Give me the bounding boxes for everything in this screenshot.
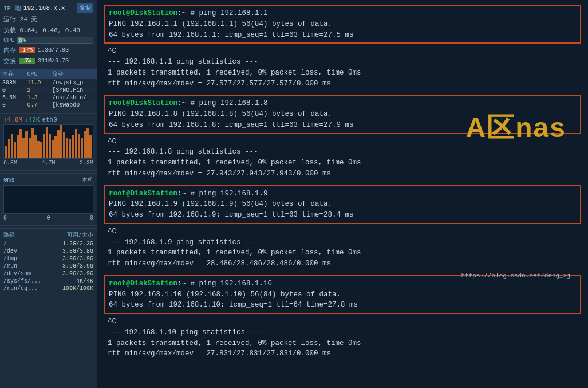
net-bar-segment xyxy=(31,128,34,158)
list-item: /dev3.8G/3.8G xyxy=(3,248,93,255)
net-bar-segment xyxy=(86,128,89,158)
prompt-cmd: # ping 192.168.1.1 xyxy=(186,9,268,17)
right-section: root@DiskStation:~ # ping 192.168.1.1PIN… xyxy=(97,0,588,388)
net-bar-segment xyxy=(29,138,31,158)
net-bar-segment xyxy=(25,131,27,158)
swap-detail: 311M/6.7G xyxy=(38,58,69,64)
cpu-row: CPU 6% xyxy=(0,36,97,45)
net-bar-segment xyxy=(40,142,42,158)
net-bar-segment xyxy=(43,134,45,159)
disk-size: 100K/100K xyxy=(62,285,93,292)
stats-line: 1 packets transmitted, 1 received, 0% pa… xyxy=(108,338,578,349)
net-bar-segment xyxy=(84,131,86,158)
disk-path: /dev xyxy=(3,248,17,254)
ping-stats-block: ^C--- 192.168.1.1 ping statistics ---1 p… xyxy=(104,45,581,90)
disk-header: 路径 可用/大小 xyxy=(3,231,93,239)
stats-header: --- 192.168.1.1 ping statistics --- xyxy=(108,57,578,68)
list-item: /tmp3.9G/3.9G xyxy=(3,255,93,262)
net-bar-segment xyxy=(54,136,57,158)
terminal-panel[interactable]: root@DiskStation:~ # ping 192.168.1.1PIN… xyxy=(97,0,588,388)
interrupt-line: ^C xyxy=(108,316,578,327)
ip-value: 192.168.x.x xyxy=(23,5,76,11)
stats-line: 1 packets transmitted, 1 received, 0% pa… xyxy=(108,158,578,168)
disk-size: 1.2G/2.3G xyxy=(62,241,93,247)
load-row: 负载 0.64, 0.46, 0.43 xyxy=(0,25,97,36)
net-download: ↓42K xyxy=(25,116,40,123)
cpu-progress-bar: 6% xyxy=(17,37,93,44)
swap-row: 交换 5% 311M/6.7G xyxy=(0,56,97,66)
uptime-row: 运行 24 天 xyxy=(0,14,97,25)
prompt-cmd: # ping 192.168.1.10 xyxy=(186,280,272,288)
disk-path: /dev/shm xyxy=(3,271,31,277)
disk-col-size: 可用/大小 xyxy=(67,231,93,239)
net-bar-segment xyxy=(78,134,80,159)
disk-size: 4K/4K xyxy=(76,278,93,284)
disk-path: /sys/fs/... xyxy=(3,278,41,284)
prompt-user: root@DiskStation xyxy=(109,190,177,198)
prompt-user: root@DiskStation xyxy=(109,99,177,107)
mem-detail: 1.3G/7.8G xyxy=(38,47,69,53)
swap-pct: 5% xyxy=(19,58,35,64)
rtt-line: rtt min/avg/max/mdev = 27.831/27.831/27.… xyxy=(108,348,578,359)
disk-size: 3.8G/3.8G xyxy=(62,248,93,254)
net-val-1: 6.8M xyxy=(3,160,17,166)
stats-header: --- 192.168.1.10 ping statistics --- xyxy=(108,327,578,338)
ping-stats-block: ^C--- 192.168.1.9 ping statistics ---1 p… xyxy=(104,225,581,271)
ping-output-line1: PING 192.168.1.10 (192.168.1.10) 56(84) … xyxy=(109,289,577,300)
rtt-line: rtt min/avg/max/mdev = 27.577/27.577/27.… xyxy=(108,79,578,89)
ping-command-block: root@DiskStation:~ # ping 192.168.1.1PIN… xyxy=(104,5,581,44)
net-section: ↑4.6M ↓42K eth0 6.8M 4.7M 2.3M xyxy=(0,113,97,168)
net-bar-segment xyxy=(52,140,54,158)
net-bar-segment xyxy=(22,138,25,158)
proc-col-cmd: 命令 xyxy=(50,69,97,79)
disk-size: 3.9G/3.9G xyxy=(62,271,93,277)
prompt-sep: :~ xyxy=(177,190,186,198)
net-bar-segment xyxy=(75,129,77,158)
net-chart xyxy=(3,124,93,159)
net-bar-segment xyxy=(89,135,92,158)
disk-col-path: 路径 xyxy=(3,231,15,239)
ping-stats-block: ^C--- 192.168.1.10 ping statistics ---1 … xyxy=(104,315,581,360)
net-bar-segment xyxy=(14,142,16,158)
cpu-pct-text: 6% xyxy=(19,37,26,44)
net-bar-segment xyxy=(11,134,13,159)
net-bar-segment xyxy=(17,135,19,158)
table-row: 00.7[kswapd0 xyxy=(0,101,97,109)
process-table: 内存 CPU 命令 308M11.9/owjstx_p02[SYNO.Fin6.… xyxy=(0,69,97,109)
net-bar-segment xyxy=(37,141,40,158)
disk-section: 路径 可用/大小 /1.2G/2.3G/dev3.8G/3.8G/tmp3.9G… xyxy=(0,228,97,295)
net-bar-segment xyxy=(5,146,7,158)
copy-ip-button[interactable]: 复制 xyxy=(77,3,93,13)
ping-sublabel: 本机 xyxy=(82,176,93,184)
net-bars xyxy=(4,125,93,158)
net-bar-segment xyxy=(34,135,37,158)
terminal-prompt-line: root@DiskStation:~ # ping 192.168.1.8 xyxy=(109,98,577,109)
ping-command-block: root@DiskStation:~ # ping 192.168.1.8PIN… xyxy=(104,95,581,134)
prompt-user: root@DiskStation xyxy=(109,280,177,288)
swap-label: 交换 xyxy=(3,57,16,65)
prompt-cmd: # ping 192.168.1.9 xyxy=(186,190,268,198)
ping-v2: 0 xyxy=(46,215,50,221)
net-val-2: 4.7M xyxy=(41,160,55,166)
stats-line: 1 packets transmitted, 1 received, 0% pa… xyxy=(108,248,578,258)
net-interface: eth0 xyxy=(42,116,57,123)
table-row: 308M11.9/owjstx_p xyxy=(0,79,97,87)
net-bar-segment xyxy=(72,135,74,158)
ping-command-block: root@DiskStation:~ # ping 192.168.1.10PI… xyxy=(104,275,581,314)
ping-v1: 0 xyxy=(3,215,7,221)
list-item: /sys/fs/...4K/4K xyxy=(3,277,93,285)
ping-output-line2: 64 bytes from 192.168.1.1: icmp_seq=1 tt… xyxy=(109,30,577,41)
ping-label: 0ms xyxy=(3,177,15,183)
table-row: 02[SYNO.Fin xyxy=(0,87,97,94)
ping-command-block: root@DiskStation:~ # ping 192.168.1.9PIN… xyxy=(104,185,581,224)
stats-header: --- 192.168.1.9 ping statistics --- xyxy=(108,237,578,248)
cpu-label: CPU xyxy=(3,37,15,44)
prompt-sep: :~ xyxy=(177,280,186,288)
list-item: /dev/shm3.9G/3.9G xyxy=(3,270,93,277)
ping-section: 0ms 本机 0 0 0 xyxy=(0,173,97,224)
net-bar-segment xyxy=(60,125,62,158)
terminal-prompt-line: root@DiskStation:~ # ping 192.168.1.9 xyxy=(109,189,577,199)
uptime-text: 运行 24 天 xyxy=(3,16,37,23)
rtt-line: rtt min/avg/max/mdev = 28.486/28.486/28.… xyxy=(108,258,578,269)
disk-path: /run xyxy=(3,263,17,269)
